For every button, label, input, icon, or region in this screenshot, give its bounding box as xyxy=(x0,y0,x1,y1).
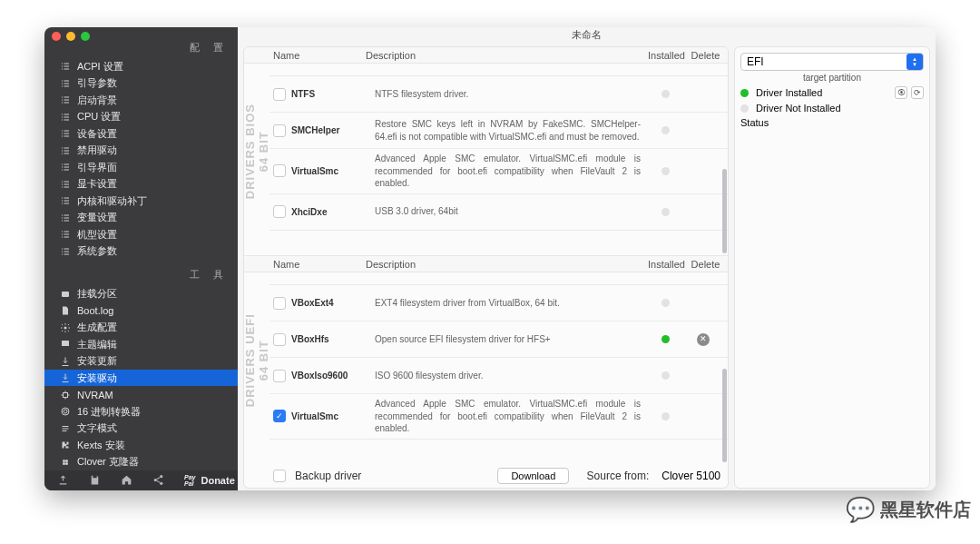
list-icon xyxy=(57,195,74,206)
minimize-icon[interactable] xyxy=(66,32,75,41)
home-icon[interactable] xyxy=(121,474,132,486)
sidebar-item[interactable]: 引导参数 xyxy=(44,75,238,93)
legend-installed-label: Driver Installed xyxy=(756,87,822,98)
scrollbar[interactable] xyxy=(722,65,728,253)
driver-checkbox[interactable] xyxy=(273,88,286,101)
sidebar-item[interactable]: 引导界面 xyxy=(44,159,238,176)
sidebar-item[interactable]: 机型设置 xyxy=(44,226,238,243)
list-icon xyxy=(57,213,74,223)
col-name[interactable]: Name xyxy=(273,50,366,61)
panel-footer: Backup driver Download Source from: Clov… xyxy=(244,464,728,488)
driver-checkbox[interactable] xyxy=(273,297,286,310)
download-button[interactable]: Download xyxy=(497,468,569,484)
svg-point-1 xyxy=(64,326,67,329)
svg-point-4 xyxy=(62,408,69,415)
sidebar-item-label: 设备设置 xyxy=(77,127,117,141)
driver-name: XhciDxe xyxy=(291,207,375,217)
col-installed[interactable]: Installed xyxy=(646,259,687,270)
sidebar-item[interactable]: 启动背景 xyxy=(44,92,238,109)
svg-point-7 xyxy=(63,462,65,465)
backup-checkbox[interactable] xyxy=(273,470,286,482)
sidebar-item[interactable]: ACPI 设置 xyxy=(44,58,238,75)
watermark: 💬 黑星软件店 xyxy=(846,496,971,524)
sidebar-item[interactable]: 安装更新 xyxy=(44,352,238,370)
sidebar-item[interactable]: 设备设置 xyxy=(44,125,238,143)
driver-description: Restore SMC keys left in NVRAM by FakeSM… xyxy=(375,118,646,143)
donate-button[interactable]: PayPal Donate xyxy=(184,474,235,487)
status-dot-icon xyxy=(662,126,670,134)
sidebar-item[interactable]: 内核和驱动补丁 xyxy=(44,193,238,210)
svg-point-11 xyxy=(160,482,162,485)
sidebar-item[interactable]: 系统参数 xyxy=(44,243,238,261)
sidebar-item[interactable]: NVRAM xyxy=(44,386,238,403)
uefi-drivers-table: DRIVERS UEFI 64 BIT Name Description Ins… xyxy=(244,256,728,464)
svg-point-9 xyxy=(160,476,162,479)
dl-icon xyxy=(57,372,74,383)
source-value: Clover 5100 xyxy=(658,470,720,482)
list-icon xyxy=(57,162,74,173)
sidebar-item[interactable]: 安装驱动 xyxy=(44,370,238,387)
close-icon[interactable] xyxy=(52,32,61,41)
sidebar-item[interactable]: Kexts 安装 xyxy=(44,437,238,454)
col-description[interactable]: Description xyxy=(366,259,646,270)
status-dot-icon xyxy=(662,167,670,175)
sidebar-item[interactable]: 文字模式 xyxy=(44,420,238,437)
sidebar-item[interactable]: 主题编辑 xyxy=(44,336,238,353)
driver-checkbox[interactable] xyxy=(273,370,286,382)
driver-description: NTFS filesystem driver. xyxy=(375,88,646,101)
refresh-button[interactable]: ⟳ xyxy=(911,86,924,99)
sidebar-item[interactable]: 显卡设置 xyxy=(44,176,238,193)
installed-cell xyxy=(646,208,684,216)
delete-button[interactable]: ✕ xyxy=(697,333,710,346)
export-icon[interactable] xyxy=(57,474,69,486)
sidebar-item[interactable]: Clover 克隆器 xyxy=(44,453,238,470)
col-installed[interactable]: Installed xyxy=(646,50,687,61)
puzzle-icon xyxy=(57,440,74,450)
col-delete[interactable]: Delete xyxy=(687,259,728,270)
status-dot-icon xyxy=(662,90,670,98)
save-icon[interactable] xyxy=(89,474,101,486)
driver-checkbox[interactable] xyxy=(273,124,286,137)
driver-checkbox[interactable] xyxy=(273,205,286,218)
sidebar-item-label: 安装更新 xyxy=(77,354,117,368)
sidebar-item-label: 变量设置 xyxy=(77,211,117,224)
driver-name: VirtualSmc xyxy=(291,166,375,176)
partition-panel: EFI ▲▼ target partition Driver Installed… xyxy=(734,46,930,489)
sidebar-item[interactable]: 挂载分区 xyxy=(44,285,238,302)
status-dot-icon xyxy=(662,299,670,307)
drivers-panel: DRIVERS BIOS 64 BIT Name Description Ins… xyxy=(243,46,729,489)
driver-name: VBoxExt4 xyxy=(291,298,375,308)
svg-rect-2 xyxy=(62,341,69,346)
sidebar-item-label: 生成配置 xyxy=(77,321,117,334)
sidebar-item[interactable]: 禁用驱动 xyxy=(44,143,238,160)
sidebar-item[interactable]: 变量设置 xyxy=(44,210,238,227)
backup-label: Backup driver xyxy=(295,470,361,482)
share-icon[interactable] xyxy=(152,474,164,486)
app-window: 配 置 ACPI 设置引导参数启动背景CPU 设置设备设置禁用驱动引导界面显卡设… xyxy=(44,27,936,490)
eject-button[interactable]: ⦿ xyxy=(895,86,907,99)
col-description[interactable]: Description xyxy=(366,50,646,61)
partition-value: EFI xyxy=(747,55,906,68)
sidebar-item[interactable]: Boot.log xyxy=(44,302,238,320)
partition-select[interactable]: EFI ▲▼ xyxy=(740,53,924,71)
col-name[interactable]: Name xyxy=(273,259,366,270)
driver-checkbox[interactable] xyxy=(273,164,286,177)
scrollbar[interactable] xyxy=(722,274,728,462)
installed-cell xyxy=(646,371,684,380)
maximize-icon[interactable] xyxy=(81,32,90,41)
table-row: VBoxIso9600ISO 9600 filesystem driver. xyxy=(270,358,728,394)
select-stepper-icon: ▲▼ xyxy=(906,54,923,70)
col-delete[interactable]: Delete xyxy=(687,50,728,61)
section-label-tools: 工 具 xyxy=(44,268,238,285)
table-row: NTFSNTFS filesystem driver. xyxy=(270,76,728,113)
table-header: Name Description Installed Delete xyxy=(244,47,728,64)
driver-name: VirtualSmc xyxy=(291,411,375,421)
driver-checkbox[interactable]: ✓ xyxy=(273,410,286,422)
svg-point-8 xyxy=(65,462,68,465)
svg-rect-3 xyxy=(64,392,68,397)
driver-checkbox[interactable] xyxy=(273,333,286,346)
sidebar-item[interactable]: CPU 设置 xyxy=(44,109,238,126)
sidebar-item[interactable]: 生成配置 xyxy=(44,319,238,336)
sidebar-item-label: 引导界面 xyxy=(77,161,117,174)
sidebar-item[interactable]: 16 进制转换器 xyxy=(44,403,238,420)
